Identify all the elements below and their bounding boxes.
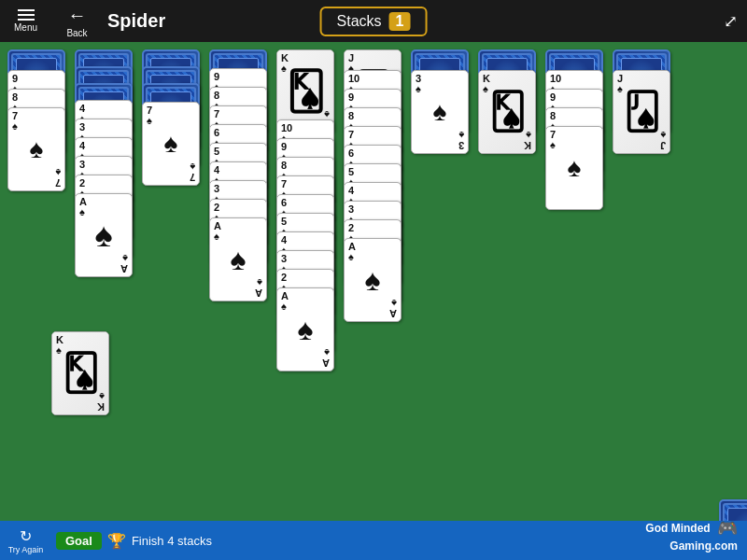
card-king-spades-c8[interactable]: 🂮 K♠ K♠ xyxy=(478,70,536,154)
try-again-button[interactable]: ↻ Try Again xyxy=(0,527,51,554)
goal-section: Goal 🏆 Finish 4 stacks xyxy=(56,532,212,550)
goal-icon: 🏆 xyxy=(107,532,126,550)
back-button[interactable]: ← Back xyxy=(51,0,103,42)
expand-button[interactable]: ⤢ xyxy=(724,11,738,32)
header: Menu ← Back Spider Stacks 1 ⤢ xyxy=(0,0,747,42)
card-7-spades[interactable]: 7♠ ♠ 7♠ xyxy=(7,107,65,191)
stacks-label: Stacks xyxy=(337,13,382,30)
card-ace-spades[interactable]: A♠ ♠ A♠ xyxy=(75,193,133,277)
card-ace-spades-c4[interactable]: A♠ ♠ A♠ xyxy=(209,217,267,301)
card-7-spades-c9[interactable]: 7♠ ♠ xyxy=(545,126,603,210)
branding-line1: God Minded xyxy=(645,522,710,535)
stacks-badge: Stacks 1 xyxy=(320,7,428,36)
game-title: Spider xyxy=(107,10,165,32)
branding-line2: Gaming.com xyxy=(669,539,738,553)
card-king-floating[interactable]: 🂮 K♠ K♠ xyxy=(51,331,109,415)
back-label: Back xyxy=(66,28,87,38)
menu-button[interactable]: Menu xyxy=(0,0,51,42)
footer: ↻ Try Again Goal 🏆 Finish 4 stacks God M… xyxy=(0,521,747,560)
card-3-spades-c7[interactable]: 3♠ ♠ 3♠ xyxy=(411,70,469,154)
card-jack-spades-c10[interactable]: 🂫 J♠ J♠ xyxy=(613,70,670,154)
game-area: 9♠ ♠ 9♠ 8♠ ♠ 8♠ 7♠ ♠ 7♠ 4♠ ♠ xyxy=(0,42,747,518)
card-ace-spades-c6[interactable]: A♠ ♠ A♠ xyxy=(344,238,402,322)
refresh-icon: ↻ xyxy=(20,527,32,545)
card-7-spades-c3[interactable]: 7♠ ♠ 7♠ xyxy=(142,102,200,186)
try-again-label: Try Again xyxy=(8,545,44,554)
branding: God Minded 🎮 Gaming.com xyxy=(645,518,738,554)
card-ace-spades-c5[interactable]: A♠ ♠ A♠ xyxy=(276,287,334,371)
stacks-count: 1 xyxy=(389,12,411,31)
goal-label: Goal xyxy=(56,532,102,550)
hamburger-icon xyxy=(18,9,35,21)
controller-icon: 🎮 xyxy=(717,519,738,538)
back-icon: ← xyxy=(68,5,87,26)
menu-label: Menu xyxy=(14,22,37,33)
goal-text: Finish 4 stacks xyxy=(132,534,212,548)
